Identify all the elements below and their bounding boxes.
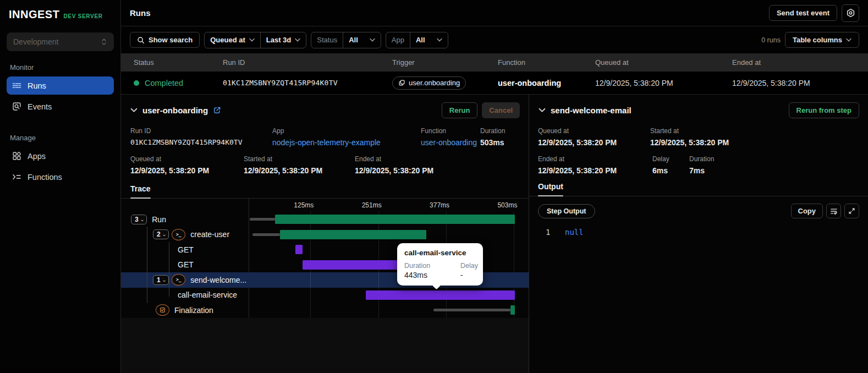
send-test-event-button[interactable]: Send test event [769,5,837,21]
trace-row-label: Finalization [121,303,249,318]
axis-tick-label: 125ms [294,201,314,209]
step-started-field: Started at 12/9/2025, 5:38:20 PM [650,127,859,147]
table-columns-button[interactable]: Table columns [785,32,859,48]
topbar: Runs Send test event [121,0,868,26]
queued-at-value: 12/9/2025, 5:38:20 PM [595,79,732,87]
main-area: Runs Send test event Show search Que [121,0,868,373]
expand-icon [848,207,855,215]
line-number: 1 [546,228,558,237]
tab-trace[interactable]: Trace [130,184,151,198]
column-header-run-id: Run ID [223,58,392,67]
duration-field: Duration 503ms [480,127,519,147]
queue-duration-line [433,309,510,311]
nav-section-monitor: Monitor [10,63,111,72]
rerun-from-step-button[interactable]: Rerun from step [789,102,859,118]
event-icon [398,79,405,86]
trace-row-timeline [249,257,529,273]
step-output-chip[interactable]: Step Output [538,204,595,218]
sidebar-item-events[interactable]: Events [7,97,114,116]
collapse-count-badge[interactable]: 2⌄ [153,229,169,239]
sidebar-item-label: Runs [28,81,46,90]
app-filter-group: App All [386,32,448,48]
table-row[interactable]: Completed 01KC1ZMSBNY9ZQT415RP94K0TV use… [121,72,868,94]
sidebar-item-apps[interactable]: Apps [7,147,114,165]
collapse-chevron-icon[interactable] [539,108,546,113]
status-filter-group: Status All [311,32,381,48]
sidebar: INNGEST DEV SERVER Development Monitor R… [0,0,121,373]
trace-span-name: send-welcome... [190,276,246,284]
status-filter-dropdown[interactable]: All [343,32,381,48]
trace-row-Run[interactable]: 3⌄Run [121,212,529,227]
span-bar-call-email-service[interactable] [366,290,515,300]
step-actions: Rerun from step [789,102,859,118]
word-wrap-icon [830,207,838,215]
trace-row-create-user[interactable]: 2⌄>_create-user [121,227,529,243]
trace-row-label: GET [121,257,249,273]
axis-tick-label: 251ms [362,201,382,209]
sidebar-item-label: Functions [28,173,62,182]
queued-at-dropdown[interactable]: Queued at [205,32,260,48]
cancel-button[interactable]: Cancel [482,102,520,118]
queue-duration-line [250,218,275,221]
trace-row-label: GET [121,242,249,257]
trace-row-label: call-email-service [121,288,249,303]
expand-button[interactable] [844,204,859,218]
step-delay-field: Delay 6ms [652,155,689,175]
app-filter-label: App [386,32,410,48]
trace-tabbar: Trace [121,184,529,199]
settings-button[interactable] [842,4,859,22]
apps-icon [12,151,21,161]
external-link-icon[interactable] [213,106,221,114]
app-filter-dropdown[interactable]: All [410,32,448,48]
column-header-queued-at: Queued at [595,58,732,67]
app-link[interactable]: nodejs-open-telemetry-example [272,138,421,147]
chevron-down-icon [295,38,300,42]
table-header: Status Run ID Trigger Function Queued at… [121,53,868,72]
run-id-value: 01KC1ZMSBNY9ZQT415RP94K0TV [223,79,392,87]
started-at-field: Started at 12/9/2025, 5:38:20 PM [244,155,355,175]
sidebar-item-runs[interactable]: Runs [7,76,114,95]
trace-bottom-area [121,318,529,373]
trace-row-timeline [249,212,529,227]
function-link[interactable]: user-onboarding [421,138,480,147]
axis-tick-label: 503ms [497,201,517,209]
queue-duration-line [252,233,280,236]
span-bar-GET[interactable] [295,245,303,254]
sidebar-item-functions[interactable]: Functions [7,168,114,186]
span-bar-Finalization[interactable] [510,305,515,315]
column-header-trigger: Trigger [392,58,498,67]
sidebar-item-label: Apps [28,152,46,161]
function-field: Function user-onboarding [421,127,480,147]
span-bar-Run[interactable] [275,215,515,224]
span-bar-GET[interactable] [303,260,400,270]
events-icon [12,102,21,111]
run-meta-row-1: Run ID 01KC1ZMSBNY9ZQT415RP94K0TV App no… [121,127,529,147]
copy-button[interactable]: Copy [791,204,823,218]
collapse-count-badge[interactable]: 3⌄ [131,215,147,224]
step-run-icon: >_ [172,274,185,286]
output-toolbar: Step Output Copy [529,196,868,218]
trigger-event-badge[interactable]: user.onboarding [392,76,466,90]
tab-output[interactable]: Output [538,182,563,196]
environment-select[interactable]: Development [7,32,114,51]
column-header-status: Status [134,58,223,67]
trace-row-Finalization[interactable]: Finalization [121,303,529,318]
chevron-down-icon [437,38,442,42]
trace-row-label: 3⌄Run [121,212,249,227]
span-bar-create-user[interactable] [280,230,426,239]
trace-row-timeline [249,242,529,257]
output-value: null [565,228,584,237]
gear-icon [846,8,855,18]
rerun-button[interactable]: Rerun [442,102,478,118]
run-details-panel: user-onboarding Rerun Cancel Run ID 01KC… [121,95,529,373]
trace-row-call-email-service[interactable]: call-email-service [121,288,529,303]
show-search-button[interactable]: Show search [130,32,200,48]
collapse-chevron-icon[interactable] [130,108,138,113]
time-range-dropdown[interactable]: Last 3d [261,32,306,48]
trace-row-timeline [249,272,529,288]
status-filter-label: Status [311,32,343,48]
details-split: user-onboarding Rerun Cancel Run ID 01KC… [121,94,868,373]
collapse-count-badge[interactable]: 1⌄ [153,275,169,285]
word-wrap-button[interactable] [826,204,841,218]
status-dot-completed [134,80,139,86]
